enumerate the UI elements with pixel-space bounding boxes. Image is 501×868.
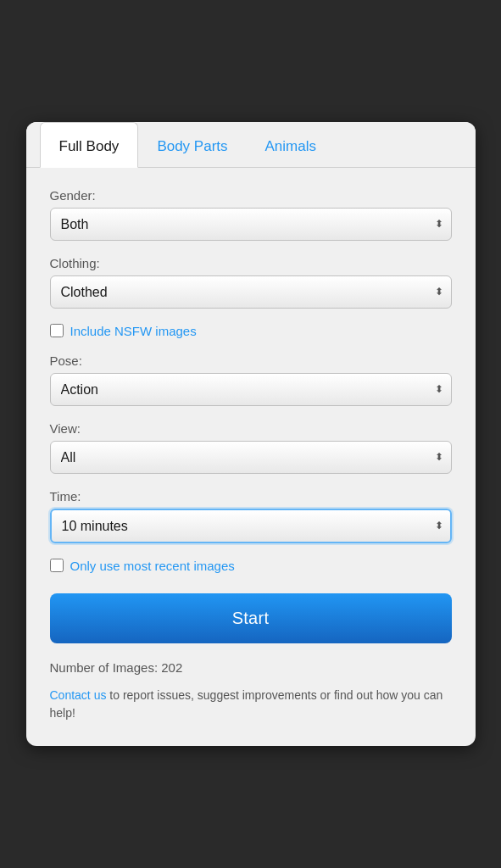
gender-select-wrapper: Both Male Female ⬍: [50, 208, 452, 241]
gender-label: Gender:: [50, 188, 452, 203]
nsfw-checkbox[interactable]: [50, 324, 64, 337]
recent-row: Only use most recent images: [50, 559, 452, 573]
clothing-label: Clothing:: [50, 256, 452, 270]
contact-suffix: to report issues, suggest improvements o…: [50, 688, 443, 720]
content-area: Gender: Both Male Female ⬍ Clothing: Clo…: [26, 168, 476, 722]
pose-label: Pose:: [50, 353, 452, 368]
clothing-select[interactable]: Clothed Nude Partially Clothed: [50, 275, 452, 309]
view-field-group: View: All Front Side Back ⬍: [50, 421, 452, 474]
recent-checkbox[interactable]: [50, 559, 64, 572]
clothing-field-group: Clothing: Clothed Nude Partially Clothed…: [50, 256, 452, 309]
gender-select[interactable]: Both Male Female: [50, 208, 452, 241]
clothing-select-wrapper: Clothed Nude Partially Clothed ⬍: [50, 275, 452, 309]
contact-link[interactable]: Contact us: [50, 688, 107, 702]
recent-label[interactable]: Only use most recent images: [70, 559, 235, 573]
tab-animals[interactable]: Animals: [247, 123, 335, 167]
view-label: View:: [50, 421, 452, 436]
nsfw-label[interactable]: Include NSFW images: [70, 324, 197, 338]
start-button[interactable]: Start: [50, 593, 452, 643]
time-field-group: Time: 1 minute 2 minutes 5 minutes 10 mi…: [50, 489, 452, 543]
main-card: Full Body Body Parts Animals Gender: Bot…: [26, 122, 476, 746]
tab-bar: Full Body Body Parts Animals: [26, 122, 476, 168]
view-select-wrapper: All Front Side Back ⬍: [50, 441, 452, 474]
tab-body-parts[interactable]: Body Parts: [138, 123, 246, 167]
pose-field-group: Pose: Action Still Dynamic ⬍: [50, 353, 452, 406]
nsfw-row: Include NSFW images: [50, 324, 452, 338]
pose-select-wrapper: Action Still Dynamic ⬍: [50, 373, 452, 406]
tab-full-body[interactable]: Full Body: [40, 122, 139, 168]
contact-text: Contact us to report issues, suggest imp…: [50, 687, 452, 722]
view-select[interactable]: All Front Side Back: [50, 441, 452, 474]
time-select-wrapper: 1 minute 2 minutes 5 minutes 10 minutes …: [50, 509, 452, 543]
gender-field-group: Gender: Both Male Female ⬍: [50, 188, 452, 241]
time-select[interactable]: 1 minute 2 minutes 5 minutes 10 minutes …: [50, 509, 452, 543]
time-label: Time:: [50, 489, 452, 504]
image-count: Number of Images: 202: [50, 660, 452, 675]
pose-select[interactable]: Action Still Dynamic: [50, 373, 452, 406]
